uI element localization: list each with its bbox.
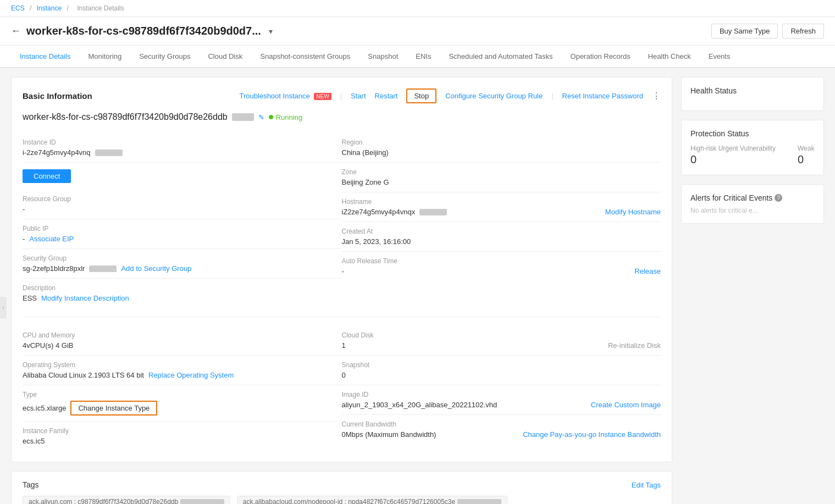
stop-button[interactable]: Stop bbox=[406, 88, 436, 103]
help-icon[interactable]: ? bbox=[775, 194, 782, 202]
tab-instance-details[interactable]: Instance Details bbox=[11, 46, 80, 68]
breadcrumb-ecs[interactable]: ECS bbox=[11, 4, 25, 12]
tab-enis[interactable]: ENIs bbox=[407, 46, 440, 68]
left-collapse-handle[interactable]: ‹ bbox=[0, 297, 7, 319]
change-instance-type-button[interactable]: Change Instance Type bbox=[70, 401, 157, 416]
health-status-section: Health Status bbox=[681, 77, 824, 111]
cloud-disk-value: 1 Re-initialize Disk bbox=[342, 341, 661, 350]
instance-id-value: i-2ze74g5mvy4p4vnq bbox=[23, 148, 342, 157]
troubleshoot-link[interactable]: Troubleshoot Instance NEW bbox=[240, 92, 331, 100]
high-risk-vuln: High-risk Urgent Vulnerability 0 bbox=[690, 145, 776, 166]
bandwidth-label: Current Bandwidth bbox=[342, 420, 661, 428]
breadcrumb: ECS / Instance / Instance Details bbox=[0, 0, 835, 17]
protection-status-title: Protection Status bbox=[690, 129, 815, 138]
created-at-label: Created At bbox=[342, 228, 661, 235]
modify-hostname-link[interactable]: Modify Hostname bbox=[605, 208, 661, 216]
tab-events[interactable]: Events bbox=[700, 46, 739, 68]
snapshot-value: 0 bbox=[342, 371, 661, 379]
more-actions-icon[interactable]: ⋮ bbox=[652, 91, 661, 101]
tab-scheduled-tasks[interactable]: Scheduled and Automated Tasks bbox=[440, 46, 561, 68]
tag1-blur bbox=[180, 499, 224, 505]
right-panel: Health Status Protection Status High-ris… bbox=[681, 77, 824, 504]
title-dropdown-icon[interactable]: ▾ bbox=[269, 27, 273, 36]
tags-list: ack.aliyun.com : c98789df6f7f3420b9d0d78… bbox=[23, 496, 661, 504]
resource-group-label: Resource Group bbox=[23, 195, 342, 203]
reinitialize-disk-link[interactable]: Re-initialize Disk bbox=[608, 341, 661, 350]
zone-field: Zone Beijing Zone G bbox=[342, 163, 661, 192]
alerts-empty-text: No alerts for critical e... bbox=[690, 207, 815, 214]
release-link[interactable]: Release bbox=[634, 267, 661, 275]
tag2-blur bbox=[457, 499, 501, 505]
os-field: Operating System Alibaba Cloud Linux 2.1… bbox=[23, 356, 342, 385]
status-dot bbox=[269, 115, 273, 119]
instance-family-field: Instance Family ecs.ic5 bbox=[23, 422, 342, 451]
cpu-memory-field: CPU and Memory 4vCPU(s) 4 GiB bbox=[23, 326, 342, 356]
image-id-value: aliyun_2_1903_x64_20G_alibase_20221102.v… bbox=[342, 401, 661, 409]
create-custom-image-link[interactable]: Create Custom Image bbox=[591, 401, 661, 409]
security-group-field: Security Group sg-2zefp1bldrz8pxlr Add t… bbox=[23, 249, 342, 279]
breadcrumb-sep1: / bbox=[30, 4, 31, 12]
weak-count: 0 bbox=[798, 153, 814, 166]
edit-tags-link[interactable]: Edit Tags bbox=[632, 481, 661, 489]
cloud-disk-label: Cloud Disk bbox=[342, 331, 661, 339]
tags-title: Tags bbox=[23, 480, 39, 489]
tab-cloud-disk[interactable]: Cloud Disk bbox=[199, 46, 251, 68]
health-status-title: Health Status bbox=[690, 86, 815, 95]
type-field: Type ecs.ic5.xlarge Change Instance Type bbox=[23, 385, 342, 422]
region-label: Region bbox=[342, 139, 661, 146]
description-label: Description bbox=[23, 284, 342, 292]
add-to-sg-link[interactable]: Add to Security Group bbox=[121, 264, 191, 273]
cpu-memory-value: 4vCPU(s) 4 GiB bbox=[23, 341, 342, 350]
tag-item-1: ack.aliyun.com : c98789df6f7f3420b9d0d78… bbox=[23, 496, 230, 504]
tab-snapshot[interactable]: Snapshot bbox=[359, 46, 407, 68]
instance-family-label: Instance Family bbox=[23, 427, 342, 435]
tab-snapshot-consistent[interactable]: Snapshot-consistent Groups bbox=[251, 46, 359, 68]
created-at-field: Created At Jan 5, 2023, 16:16:00 bbox=[342, 222, 661, 252]
tag-item-2: ack.alibabacloud.com/nodepool-id : npda4… bbox=[237, 496, 507, 504]
tab-security-groups[interactable]: Security Groups bbox=[130, 46, 199, 68]
tabs-bar: Instance Details Monitoring Security Gro… bbox=[0, 46, 835, 68]
tab-health-check[interactable]: Health Check bbox=[639, 46, 700, 68]
change-bandwidth-link[interactable]: Change Pay-as-you-go Instance Bandwidth bbox=[523, 430, 661, 439]
instance-id-blur bbox=[95, 149, 123, 156]
zone-value: Beijing Zone G bbox=[342, 178, 661, 186]
connect-button[interactable]: Connect bbox=[23, 169, 71, 183]
type-value: ecs.ic5.xlarge Change Instance Type bbox=[23, 401, 342, 416]
buy-same-type-button[interactable]: Buy Same Type bbox=[711, 24, 778, 38]
configure-sg-link[interactable]: Configure Security Group Rule bbox=[445, 92, 543, 100]
start-link[interactable]: Start bbox=[351, 92, 366, 100]
hostname-value: iZ2ze74g5mvy4p4vnqx Modify Hostname bbox=[342, 208, 661, 216]
back-button[interactable]: ← bbox=[11, 25, 21, 37]
auto-release-value: - Release bbox=[342, 267, 661, 275]
modify-description-link[interactable]: Modify Instance Description bbox=[41, 294, 129, 302]
public-ip-field: Public IP - Associate EIP bbox=[23, 219, 342, 249]
reset-password-link[interactable]: Reset Instance Password bbox=[562, 92, 643, 100]
tab-operation-records[interactable]: Operation Records bbox=[562, 46, 639, 68]
region-field: Region China (Beijing) bbox=[342, 133, 661, 163]
hostname-label: Hostname bbox=[342, 198, 661, 206]
sg-blur bbox=[89, 265, 117, 272]
associate-eip-link[interactable]: Associate EIP bbox=[29, 235, 74, 243]
auto-release-label: Auto Release Time bbox=[342, 257, 661, 265]
resource-group-field: Resource Group - bbox=[23, 190, 342, 219]
name-blur-mask bbox=[232, 113, 254, 121]
replace-os-link[interactable]: Replace Operating System bbox=[148, 371, 234, 379]
region-value: China (Beijing) bbox=[342, 148, 661, 157]
bandwidth-value: 0Mbps (Maximum Bandwidth) Change Pay-as-… bbox=[342, 430, 661, 439]
auto-release-field: Auto Release Time - Release bbox=[342, 252, 661, 281]
breadcrumb-instance[interactable]: Instance bbox=[37, 4, 62, 12]
edit-name-icon[interactable]: ✎ bbox=[258, 113, 264, 121]
zone-label: Zone bbox=[342, 168, 661, 176]
refresh-button[interactable]: Refresh bbox=[782, 24, 824, 38]
page-header: ← worker-k8s-for-cs-c98789df6f7f3420b9d0… bbox=[0, 17, 835, 46]
status-text: Running bbox=[276, 113, 302, 121]
description-value: ESS Modify Instance Description bbox=[23, 294, 342, 302]
hostname-blur bbox=[419, 209, 447, 215]
basic-info-section: Basic Information Troubleshoot Instance … bbox=[11, 77, 672, 462]
public-ip-value: - Associate EIP bbox=[23, 235, 342, 243]
os-value: Alibaba Cloud Linux 2.1903 LTS 64 bit Re… bbox=[23, 371, 342, 379]
snapshot-label: Snapshot bbox=[342, 361, 661, 369]
tab-monitoring[interactable]: Monitoring bbox=[80, 46, 131, 68]
restart-link[interactable]: Restart bbox=[375, 92, 398, 100]
security-group-label: Security Group bbox=[23, 254, 342, 262]
